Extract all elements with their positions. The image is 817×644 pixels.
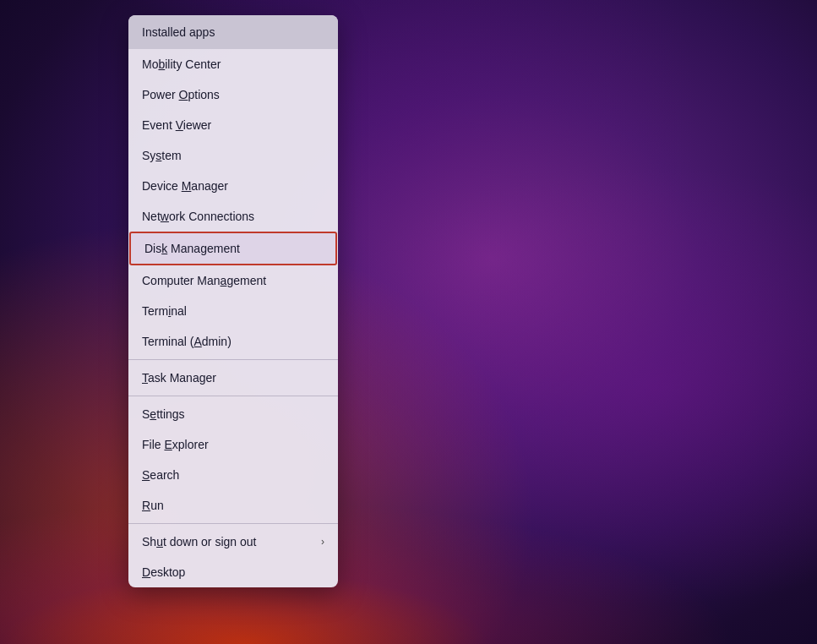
desktop-background xyxy=(0,0,817,644)
menu-item-network-connections[interactable]: Network Connections xyxy=(128,201,338,232)
menu-item-shut-down[interactable]: Shut down or sign out › xyxy=(128,527,338,557)
menu-item-label: Terminal xyxy=(142,304,187,318)
menu-item-label: Desktop xyxy=(142,565,185,579)
menu-item-terminal[interactable]: Terminal xyxy=(128,296,338,326)
menu-item-mobility-center[interactable]: Mobility Center xyxy=(128,49,338,79)
menu-item-label: Event Viewer xyxy=(142,118,211,132)
menu-item-label: Settings xyxy=(142,407,185,421)
menu-item-label: Network Connections xyxy=(142,210,254,223)
menu-item-task-manager[interactable]: Task Manager xyxy=(128,363,338,393)
menu-item-system[interactable]: System xyxy=(128,140,338,171)
menu-item-label: Power Options xyxy=(142,88,220,101)
menu-separator-2 xyxy=(128,396,338,396)
submenu-arrow-icon: › xyxy=(321,536,324,548)
menu-item-search[interactable]: Search xyxy=(128,460,338,490)
menu-item-label: File Explorer xyxy=(142,438,209,451)
menu-item-label: Shut down or sign out xyxy=(142,535,256,548)
menu-item-label: Mobility Center xyxy=(142,57,221,71)
menu-item-computer-management[interactable]: Computer Management xyxy=(128,265,338,296)
menu-item-label: Device Manager xyxy=(142,179,228,193)
menu-item-label: Computer Management xyxy=(142,274,266,287)
menu-item-run[interactable]: Run xyxy=(128,490,338,521)
menu-separator-3 xyxy=(128,523,338,524)
menu-header: Installed apps xyxy=(128,15,338,49)
menu-separator xyxy=(128,359,338,360)
menu-item-event-viewer[interactable]: Event Viewer xyxy=(128,110,338,140)
menu-item-label: Terminal (Admin) xyxy=(142,335,231,348)
menu-item-label: Search xyxy=(142,468,179,482)
menu-item-disk-management[interactable]: Disk Management xyxy=(129,232,337,265)
menu-item-label: Task Manager xyxy=(142,371,216,385)
menu-item-desktop[interactable]: Desktop xyxy=(128,557,338,587)
menu-item-power-options[interactable]: Power Options xyxy=(128,79,338,110)
menu-item-settings[interactable]: Settings xyxy=(128,399,338,429)
menu-item-terminal-admin[interactable]: Terminal (Admin) xyxy=(128,326,338,357)
menu-item-file-explorer[interactable]: File Explorer xyxy=(128,429,338,460)
menu-item-device-manager[interactable]: Device Manager xyxy=(128,171,338,201)
menu-item-label: System xyxy=(142,149,182,162)
context-menu: Installed apps Mobility Center Power Opt… xyxy=(128,15,338,587)
menu-item-label: Disk Management xyxy=(144,242,240,255)
menu-item-label: Run xyxy=(142,499,164,512)
